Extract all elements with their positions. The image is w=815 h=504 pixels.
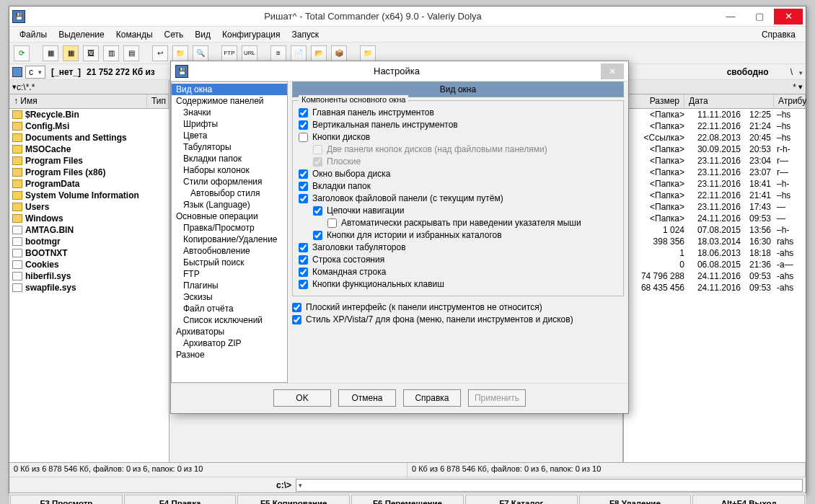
file-row[interactable]: bootmgr xyxy=(9,236,169,247)
option-o6a[interactable]: Цепочки навигации xyxy=(313,205,617,216)
fkey-button[interactable]: F5 Копирование xyxy=(237,495,350,504)
menu-commands[interactable]: Команды xyxy=(110,28,159,41)
toolbar-icon[interactable]: URL xyxy=(242,45,257,61)
file-row[interactable]: <Папка>22.11.201621:41–hs xyxy=(624,190,806,201)
checkbox[interactable] xyxy=(313,206,322,216)
fkey-button[interactable]: Alt+F4 Выход xyxy=(692,495,805,504)
toolbar-icon[interactable]: 📦 xyxy=(331,45,347,61)
file-row[interactable]: <Папка>30.09.201520:53r-h- xyxy=(624,143,806,155)
tree-node[interactable]: Архиваторы xyxy=(172,326,287,337)
tree-node[interactable]: Цвета xyxy=(172,130,287,141)
checkbox[interactable] xyxy=(292,303,301,312)
toolbar-icon[interactable]: 📁 xyxy=(172,45,188,61)
option-o7[interactable]: Заголовки табуляторов xyxy=(299,242,617,252)
file-row[interactable]: <Папка>23.11.201618:41–h- xyxy=(624,178,806,190)
checkbox[interactable] xyxy=(299,243,308,252)
checkbox[interactable] xyxy=(299,194,308,203)
tree-node[interactable]: Шрифты xyxy=(172,118,287,130)
checkbox[interactable] xyxy=(299,120,308,130)
close-button[interactable]: ✕ xyxy=(774,9,803,25)
tree-node[interactable]: Файл отчёта xyxy=(172,303,287,314)
checkbox[interactable] xyxy=(313,231,322,240)
tree-node[interactable]: Автовыбор стиля xyxy=(172,187,287,199)
checkbox[interactable] xyxy=(299,280,308,289)
tree-node[interactable]: Эскизы xyxy=(172,291,287,303)
tree-node[interactable]: Основные операции xyxy=(172,211,287,222)
tree-node[interactable]: Копирование/Удаление xyxy=(172,234,287,245)
left-drive-combo[interactable]: c xyxy=(25,66,45,79)
col-name[interactable]: ↑ Имя xyxy=(9,94,147,108)
toolbar-icon[interactable]: ↩ xyxy=(152,45,168,61)
settings-tree[interactable]: Вид окнаСодержимое панелейЗначкиШрифтыЦв… xyxy=(171,81,288,383)
file-row[interactable]: BOOTNXT xyxy=(9,247,169,259)
checkbox[interactable] xyxy=(299,255,308,265)
tree-node[interactable]: Вкладки папок xyxy=(172,153,287,164)
file-row[interactable]: 006.08.201521:36-a— xyxy=(624,259,806,270)
file-row[interactable]: <Папка>23.11.201617:43— xyxy=(624,201,806,213)
maximize-button[interactable]: ▢ xyxy=(745,9,774,25)
tree-node[interactable]: Автообновление xyxy=(172,245,287,257)
menu-help[interactable]: Справка xyxy=(756,28,801,41)
tree-node[interactable]: Список исключений xyxy=(172,314,287,326)
option-o6[interactable]: Заголовок файловой панели (с текущим пут… xyxy=(299,193,617,203)
file-row[interactable]: swapfile.sys xyxy=(9,282,169,293)
file-row[interactable]: 74 796 28824.11.201609:53-ahs xyxy=(624,270,806,282)
menu-run[interactable]: Запуск xyxy=(286,28,325,41)
tree-node[interactable]: Вид окна xyxy=(172,84,287,95)
toolbar-icon[interactable]: 📂 xyxy=(311,45,327,61)
file-row[interactable]: Program Files xyxy=(9,155,169,167)
col-date[interactable]: Дата xyxy=(684,94,774,108)
tree-node[interactable]: FTP xyxy=(172,268,287,280)
option-o9[interactable]: Командная строка xyxy=(299,267,617,277)
toolbar-icon[interactable]: ≡ xyxy=(270,45,286,61)
checkbox[interactable] xyxy=(299,108,308,118)
file-row[interactable]: hiberfil.sys xyxy=(9,270,169,282)
file-row[interactable]: Cookies xyxy=(9,259,169,270)
col-size[interactable]: Размер xyxy=(624,94,684,108)
file-row[interactable]: 68 435 45624.11.201609:53-ahs xyxy=(624,282,806,293)
option-o3[interactable]: Кнопки дисков xyxy=(299,132,617,142)
menu-config[interactable]: Конфигурация xyxy=(216,28,286,41)
option-o6c[interactable]: Кнопки для истории и избранных каталогов xyxy=(313,230,617,240)
checkbox[interactable] xyxy=(299,169,308,179)
left-file-list[interactable]: $Recycle.BinConfig.MsiDocuments and Sett… xyxy=(9,109,169,462)
tree-node[interactable]: Язык (Language) xyxy=(172,199,287,211)
file-row[interactable]: $Recycle.Bin xyxy=(9,109,169,120)
file-row[interactable]: <Папка>11.11.201612:25–hs xyxy=(624,109,806,120)
cancel-button[interactable]: Отмена xyxy=(338,389,396,407)
col-attr[interactable]: Атрибу xyxy=(774,94,806,108)
file-row[interactable]: <Ссылка>22.08.201320:45–hs xyxy=(624,132,806,143)
file-row[interactable]: Users xyxy=(9,201,169,213)
menu-files[interactable]: Файлы xyxy=(14,28,53,41)
checkbox[interactable] xyxy=(299,182,308,191)
right-file-list[interactable]: <Папка>11.11.201612:25–hs<Папка>22.11.20… xyxy=(624,109,806,462)
fkey-button[interactable]: F7 Каталог xyxy=(465,495,578,504)
option-o5[interactable]: Вкладки папок xyxy=(299,181,617,191)
toolbar-icon[interactable]: ▦ xyxy=(43,45,58,61)
file-row[interactable]: <Папка>22.11.201621:24–hs xyxy=(624,120,806,132)
option-o8[interactable]: Строка состояния xyxy=(299,255,617,265)
file-row[interactable]: 1 02407.08.201513:56–h- xyxy=(624,224,806,236)
option-e2[interactable]: Стиль XP/Vista/7 для фона (меню, панели … xyxy=(292,314,624,324)
toolbar-icon[interactable]: ▥ xyxy=(103,45,119,61)
help-button[interactable]: Справка xyxy=(403,389,461,407)
left-tab[interactable]: ▾ c:\*.* xyxy=(9,80,169,94)
file-row[interactable]: AMTAG.BIN xyxy=(9,224,169,236)
tree-node[interactable]: Значки xyxy=(172,107,287,118)
tree-node[interactable]: Правка/Просмотр xyxy=(172,222,287,234)
file-row[interactable]: Program Files (x86) xyxy=(9,167,169,178)
toolbar-icon[interactable]: 🖼 xyxy=(83,45,99,61)
file-row[interactable]: MSOCache xyxy=(9,143,169,155)
tree-node[interactable]: Плагины xyxy=(172,280,287,291)
tree-node[interactable]: Разное xyxy=(172,349,287,361)
toolbar-icon[interactable]: ▦ xyxy=(63,45,79,61)
toolbar-icon[interactable]: 📁 xyxy=(360,45,376,61)
file-row[interactable]: ProgramData xyxy=(9,178,169,190)
menu-net[interactable]: Сеть xyxy=(159,28,190,41)
file-row[interactable]: <Папка>24.11.201609:53— xyxy=(624,213,806,224)
tree-node[interactable]: Быстрый поиск xyxy=(172,257,287,268)
menu-selection[interactable]: Выделение xyxy=(53,28,110,41)
option-o4[interactable]: Окно выбора диска xyxy=(299,169,617,179)
checkbox[interactable] xyxy=(299,133,308,142)
checkbox[interactable] xyxy=(299,268,308,277)
